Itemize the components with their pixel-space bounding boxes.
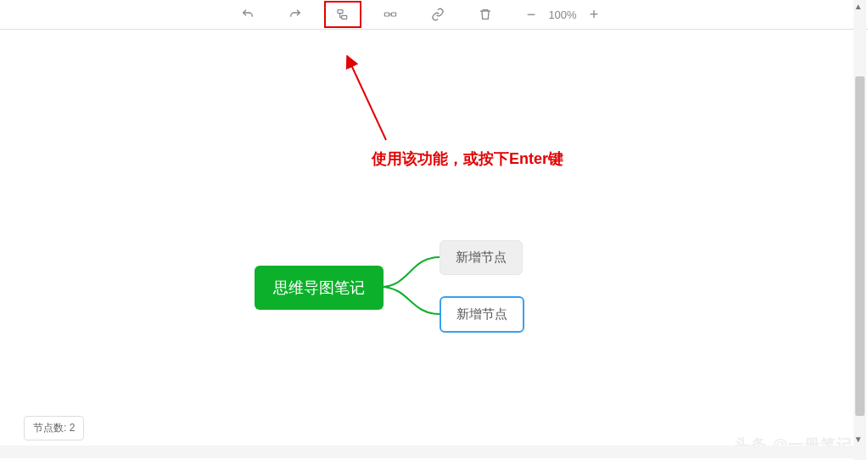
- zoom-out-button[interactable]: −: [521, 4, 541, 25]
- scrollbar-thumb[interactable]: [855, 76, 865, 416]
- scroll-up-arrow[interactable]: ▲: [852, 0, 865, 13]
- add-child-node-button[interactable]: [372, 1, 409, 28]
- svg-rect-2: [384, 13, 389, 16]
- svg-rect-0: [338, 10, 343, 14]
- svg-rect-3: [391, 13, 395, 16]
- svg-rect-1: [342, 15, 347, 19]
- annotation-arrow: [344, 55, 395, 149]
- delete-button[interactable]: [467, 1, 504, 28]
- horizontal-scrollbar[interactable]: [0, 446, 854, 458]
- mindmap-canvas[interactable]: 使用该功能，或按下Enter键 思维导图笔记 新增节点 新增节点: [0, 30, 868, 460]
- svg-line-4: [348, 58, 386, 140]
- mindmap-root-node[interactable]: 思维导图笔记: [255, 266, 384, 310]
- redo-button[interactable]: [277, 1, 314, 28]
- toolbar: − 100% +: [0, 0, 868, 30]
- mindmap-connectors: [380, 240, 444, 334]
- mindmap-child-node-selected[interactable]: 新增节点: [440, 296, 524, 333]
- node-count-badge: 节点数: 2: [24, 416, 84, 440]
- vertical-scrollbar[interactable]: ▲ ▼: [854, 0, 866, 460]
- annotation-text: 使用该功能，或按下Enter键: [372, 149, 563, 169]
- zoom-level: 100%: [546, 8, 579, 21]
- zoom-in-button[interactable]: +: [584, 4, 604, 25]
- link-button[interactable]: [419, 1, 456, 28]
- scroll-down-arrow[interactable]: ▼: [852, 433, 865, 446]
- mindmap-child-node[interactable]: 新增节点: [440, 240, 523, 275]
- zoom-controls: − 100% +: [521, 4, 604, 25]
- undo-button[interactable]: [229, 1, 266, 28]
- add-sibling-node-button[interactable]: [324, 1, 361, 28]
